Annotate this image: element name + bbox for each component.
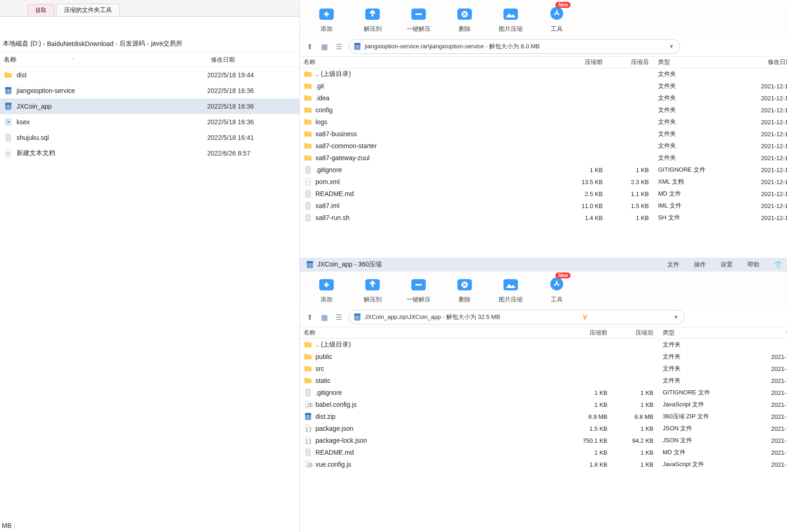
list-item[interactable]: package-lock.json 750.1 KB 94.2 KB JSON … [300,434,787,446]
item-post: 2.3 KB [603,179,653,185]
list-item[interactable]: static 文件夹 2021-12-11 11 [300,375,787,387]
item-name: xa87-common-starter [315,142,377,150]
item-date: 2021-12-11 [732,191,787,197]
menu-settings[interactable]: 设置 [721,260,733,269]
image-compress-button[interactable]: 图片压缩 [497,274,525,304]
column-post[interactable]: 压缩后 [603,58,653,66]
column-name[interactable]: 名称˄ [0,53,207,67]
archive-icon [353,42,362,51]
list-item[interactable]: package.json 1.5 KB 1 KB JSON 文件 2021-12… [300,422,787,434]
column-date[interactable]: 修改日期 [741,329,787,337]
item-name: static [315,377,331,384]
view-list-icon[interactable]: ☰ [334,313,344,322]
item-type: 文件夹 [658,376,741,385]
list-item[interactable]: xa87-gateway-zuul 文件夹 2021-12-15 [300,152,787,164]
tools-button[interactable]: New工具 [543,4,571,33]
explorer-file-list[interactable]: dist 2022/5/18 19:44 jiangxioption-servi… [0,67,299,161]
list-item[interactable]: .. (上级目录) 文件夹 [300,339,787,351]
column-post[interactable]: 压缩后 [607,329,658,337]
item-date: 2021-12-11 11 [741,353,787,360]
column-pre[interactable]: 压缩前 [561,329,607,337]
column-date[interactable]: 修改日期 [732,58,787,66]
tools-button[interactable]: New工具 [543,274,571,304]
delete-button[interactable]: 删除 [451,274,478,304]
list-item[interactable]: config 文件夹 2021-12-11 [300,104,787,116]
one-click-extract-button[interactable]: 一键解压 [405,4,432,33]
image-compress-button[interactable]: 图片压缩 [497,4,525,33]
file-row[interactable]: ksex 2022/5/18 16:36 [0,114,299,130]
add-button[interactable]: 添加 [313,4,340,33]
one-click-extract-button[interactable]: 一键解压 [405,274,432,304]
column-name[interactable]: 名称 [303,329,561,337]
archive-file-list[interactable]: .. (上级目录) 文件夹 .git 文件夹 2021-12-15 .idea … [300,68,787,224]
file-row[interactable]: JXCoin_app 2022/5/18 16:36 [0,98,299,114]
skin-icon[interactable]: 👕 [774,261,782,268]
chevron-down-icon[interactable]: ▼ [673,314,679,320]
chevron-down-icon[interactable]: ▼ [669,43,674,50]
menu-action[interactable]: 操作 [694,260,706,269]
breadcrumb-seg[interactable]: BaiduNetdiskDownload [47,40,114,47]
column-type[interactable]: 类型 [653,58,732,66]
archive-file-list[interactable]: .. (上级目录) 文件夹 public 文件夹 2021-12-11 11 s… [300,339,787,470]
file-date: 2022/5/18 19:44 [207,71,299,79]
item-name: xa87-business [315,130,357,138]
column-type[interactable]: 类型 [658,329,741,337]
list-item[interactable]: .idea 文件夹 2021-12-15 [300,92,787,104]
view-icon-icon[interactable]: ▦ [319,42,329,51]
list-item[interactable]: xa87.iml 11.0 KB 1.5 KB IML 文件 2021-12-1… [300,200,787,212]
list-item[interactable]: .gitignore 1 KB 1 KB GITIGNORE 文件 2021-1… [300,387,787,399]
file-row[interactable]: dist 2022/5/18 19:44 [0,67,299,83]
breadcrumb[interactable]: 本地磁盘 (D:) › BaiduNetdiskDownload › 后发源码 … [0,35,299,52]
ribbon-tab-extract[interactable]: 提取 [28,4,54,16]
breadcrumb-seg[interactable]: 后发源码 [119,40,145,48]
list-item[interactable]: public 文件夹 2021-12-11 11 [300,351,787,363]
archive-icon [353,312,362,322]
list-item[interactable]: xa87-business 文件夹 2021-12-11 [300,128,787,140]
list-item[interactable]: xa87-run.sh 1.4 KB 1 KB SH 文件 2021-12-11 [300,212,787,224]
file-row[interactable]: 新建文本文档 2022/6/26 8:57 [0,145,299,161]
list-item[interactable]: logs 文件夹 2021-12-13 [300,116,787,128]
view-list-icon[interactable]: ☰ [334,42,344,51]
item-type: 文件夹 [658,364,741,373]
archive-window-top: 添加 解压到 一键解压 删除 图片压缩 New工具 ⬆ ▦ ☰ jiangxio… [300,0,787,258]
item-pre: 1.4 KB [552,214,603,221]
list-item[interactable]: .. (上级目录) 文件夹 [300,68,787,80]
delete-button[interactable]: 删除 [451,4,478,33]
add-button[interactable]: 添加 [313,274,340,304]
list-item[interactable]: babel.config.js 1 KB 1 KB JavaScript 文件 … [300,399,787,411]
menu-file[interactable]: 文件 [667,260,679,269]
list-item[interactable]: pom.xml 13.5 KB 2.3 KB XML 文档 2021-12-11 [300,176,787,188]
item-date: 2021-12-11 11 [741,377,787,384]
column-pre[interactable]: 压缩前 [552,58,603,66]
item-date: 2021-12-11 [732,179,787,185]
file-row[interactable]: shujuku.sql 2022/5/18 16:41 [0,130,299,145]
extract-to-button[interactable]: 解压到 [359,4,386,33]
list-item[interactable]: .git 文件夹 2021-12-15 [300,80,787,92]
item-type: 文件夹 [653,154,732,162]
column-name[interactable]: 名称 [303,58,552,66]
list-item[interactable]: README.md 1 KB 1 KB MD 文件 2021-12-11 11 [300,446,787,458]
column-date[interactable]: 修改日期 [207,53,299,67]
path-input[interactable]: JXCoin_app.zip\JXCoin_app - 解包大小为 32.5 M… [349,310,685,324]
ribbon-tab-compressed-tools[interactable]: 压缩的文件夹工具 [56,4,120,16]
file-row[interactable]: jiangxioption-service 2022/5/18 16:36 [0,83,299,98]
list-item[interactable]: README.md 2.5 KB 1.1 KB MD 文件 2021-12-11 [300,188,787,200]
breadcrumb-seg[interactable]: java交易所 [151,40,182,48]
menu-bar: JXCoin_app - 360压缩 文件 操作 设置 帮助 👕 💬 [300,258,787,272]
list-item[interactable]: xa87-common-starter 文件夹 2021-12-11 [300,140,787,152]
file-icon [303,213,313,222]
list-item[interactable]: .gitignore 1 KB 1 KB GITIGNORE 文件 2021-1… [300,164,787,176]
extract-to-button[interactable]: 解压到 [359,274,386,304]
path-input[interactable]: jiangxioption-service.rar\jiangxioption-… [349,39,680,54]
item-type: 文件夹 [653,142,732,150]
item-date: 2021-12-11 11 [741,449,787,456]
list-item[interactable]: src 文件夹 2021-12-11 11 [300,363,787,375]
status-bar: MB [0,519,299,532]
menu-help[interactable]: 帮助 [747,260,759,269]
list-item[interactable]: vue.config.js 1.8 KB 1 KB JavaScript 文件 … [300,458,787,470]
list-item[interactable]: dist.zip 8.9 MB 8.8 MB 360压缩 ZIP 文件 2021… [300,411,787,422]
chevron-right-icon: › [116,40,118,47]
item-name: vue.config.js [315,461,351,468]
view-icon-icon[interactable]: ▦ [319,313,329,322]
item-name: pom.xml [315,178,340,185]
